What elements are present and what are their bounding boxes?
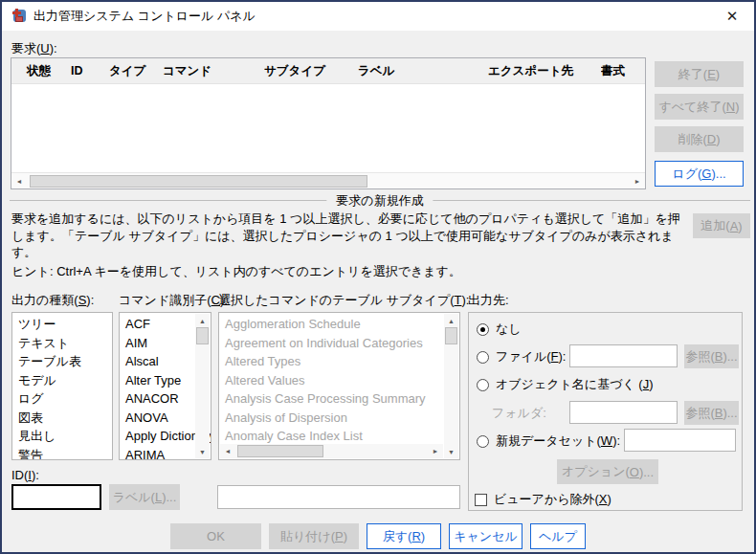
radio-new-dataset[interactable]: 新規データセット(W): — [477, 432, 620, 450]
radio-label: オブジェクト名に基づく (J) — [496, 376, 654, 393]
end-all-button: すべて終了(N) — [655, 94, 744, 120]
checkbox-icon[interactable] — [475, 494, 487, 506]
title-bar: 出力管理システム コントロール パネル ✕ — [2, 2, 754, 31]
help-button[interactable]: ヘルプ — [530, 523, 586, 549]
command-ids-list[interactable]: ACFAIMAlscalAlter TypeANACORANOVAApply D… — [119, 312, 211, 460]
hscroll-thumb[interactable] — [237, 445, 323, 457]
destinations-label: 出力先: — [468, 292, 509, 309]
column-header: タイプ — [109, 63, 163, 79]
list-item[interactable]: 警告 — [12, 446, 112, 461]
requests-table: 状態IDタイプコマンドサブタイプラベルエクスポート先書式 ◄ ► — [11, 57, 646, 189]
file-path-input[interactable] — [569, 344, 678, 367]
table-subtypes-vscrollbar[interactable]: ▲ ▼ — [444, 314, 458, 458]
label-button: ラベル(L)... — [109, 484, 180, 510]
radio-icon[interactable] — [477, 379, 489, 391]
list-item[interactable]: 見出し — [12, 427, 112, 446]
requests-label: 要求(U): — [11, 40, 57, 57]
requests-table-header: 状態IDタイプコマンドサブタイプラベルエクスポート先書式 — [11, 58, 645, 84]
request-actions: 終了(E) すべて終了(N) 削除(D) ログ(G)... — [655, 61, 745, 193]
column-header: サブタイプ — [264, 63, 358, 79]
scroll-right-icon[interactable]: ► — [630, 174, 645, 188]
command-ids-vscrollbar[interactable]: ▲ ▼ — [195, 314, 210, 458]
checkbox-label: ビューアから除外(X) — [494, 491, 611, 508]
scroll-left-icon[interactable]: ◄ — [11, 174, 27, 188]
scroll-down-icon[interactable]: ▼ — [195, 445, 211, 458]
ok-button: OK — [170, 523, 261, 549]
radio-label: ファイル(F): — [496, 348, 566, 366]
options-button: オプション(O)... — [557, 459, 658, 484]
table-subtypes-hscrollbar[interactable]: ◄ ► — [220, 444, 443, 458]
close-icon[interactable]: ✕ — [716, 3, 748, 30]
radio-object-name[interactable]: オブジェクト名に基づく (J) — [477, 376, 654, 393]
exclude-from-viewer-checkbox[interactable]: ビューアから除外(X) — [475, 491, 611, 508]
list-item[interactable]: テキスト — [12, 334, 112, 353]
delete-button: 削除(D) — [655, 126, 744, 152]
log-button[interactable]: ログ(G)... — [655, 161, 744, 187]
table-subtypes-list[interactable]: Agglomeration ScheduleAgreement on Indiv… — [218, 312, 460, 460]
list-item[interactable]: Anomaly Case Index List — [219, 427, 459, 446]
column-header: コマンド — [163, 63, 264, 79]
new-request-group: 要求の新規作成 要求を追加するには、以下のリストから項目を 1 つ以上選択し、必… — [10, 200, 750, 517]
radio-icon[interactable] — [477, 435, 489, 448]
list-item[interactable]: ログ — [12, 389, 112, 409]
scroll-down-icon[interactable]: ▼ — [444, 445, 459, 458]
list-item[interactable]: Agglomeration Schedule — [219, 315, 459, 334]
hint-text: ヒント: Ctrl+A キーを使用して、リスト内のすべてのエントリを選択できます… — [11, 263, 461, 280]
window-title: 出力管理システム コントロール パネル — [33, 8, 256, 25]
dialog-footer: OK 貼り付け(P) 戻す(R) キャンセル ヘルプ — [2, 523, 754, 549]
scroll-left-icon[interactable]: ◄ — [220, 444, 235, 458]
requests-table-body — [11, 84, 645, 172]
scroll-up-icon[interactable]: ▲ — [444, 314, 459, 327]
cancel-button[interactable]: キャンセル — [449, 523, 523, 549]
radio-label: 新規データセット(W): — [496, 432, 620, 450]
destination-panel: なし ファイル(F): 参照(B)... オブジェクト名に基づく (J) フォル… — [468, 312, 743, 511]
id-label: ID(I): — [11, 468, 39, 482]
vscroll-thumb[interactable] — [445, 327, 457, 344]
scroll-up-icon[interactable]: ▲ — [195, 314, 211, 327]
list-item[interactable]: Analysis Case Processing Summary — [219, 389, 459, 409]
list-item[interactable]: Altered Values — [219, 371, 459, 390]
scroll-right-icon[interactable]: ► — [428, 444, 443, 458]
list-item[interactable]: Agreement on Individual Categories — [219, 334, 459, 353]
oms-app-icon — [11, 9, 27, 24]
radio-icon[interactable] — [477, 351, 489, 364]
radio-none[interactable]: なし — [477, 321, 522, 338]
browse-file-button: 参照(B)... — [684, 344, 739, 368]
hscroll-track[interactable] — [27, 174, 630, 188]
end-button: 終了(E) — [655, 61, 744, 87]
list-item[interactable]: テーブル表 — [12, 352, 112, 371]
table-subtypes-label: 選択したコマンドのテーブル サブタイプ(T): — [218, 292, 469, 309]
hscroll-track[interactable] — [235, 444, 428, 458]
list-item[interactable]: モデル — [12, 371, 112, 390]
radio-icon[interactable] — [477, 323, 489, 336]
oms-control-panel-dialog: 出力管理システム コントロール パネル ✕ 要求(U): 状態IDタイプコマンド… — [0, 0, 756, 554]
output-types-list[interactable]: ツリーテキストテーブル表モデルログ図表見出し警告 — [11, 312, 113, 460]
list-item[interactable]: Analysis of Dispersion — [219, 409, 459, 428]
instructions-text: 要求を追加するには、以下のリストから項目を 1 つ以上選択し、必要に応じて他のプ… — [11, 211, 683, 261]
list-item[interactable]: ツリー — [12, 315, 112, 334]
radio-label: なし — [496, 321, 522, 338]
list-item[interactable]: Altered Types — [219, 352, 459, 371]
list-item[interactable]: 図表 — [12, 409, 112, 428]
id-input[interactable] — [11, 484, 101, 510]
vscroll-thumb[interactable] — [196, 327, 209, 344]
column-header: ラベル — [358, 63, 488, 79]
command-ids-label: コマンド識別子(C): — [119, 292, 228, 309]
browse-folder-button: 参照(B)... — [684, 401, 739, 425]
folder-path-input[interactable] — [569, 401, 678, 424]
folder-label: フォルダ: — [492, 405, 546, 422]
subtype-filter-input[interactable] — [217, 485, 460, 509]
requests-table-hscrollbar[interactable]: ◄ ► — [11, 172, 645, 188]
column-header: エクスポート先 — [488, 63, 601, 79]
column-header: 状態 — [11, 63, 71, 79]
group-title: 要求の新規作成 — [326, 192, 433, 210]
paste-button: 貼り付け(P) — [269, 523, 359, 549]
dataset-name-input[interactable] — [624, 429, 736, 452]
add-button: 追加(A) — [693, 213, 750, 238]
column-header: 書式 — [601, 63, 635, 79]
hscroll-thumb[interactable] — [30, 175, 367, 188]
reset-button[interactable]: 戻す(R) — [367, 523, 441, 549]
output-types-label: 出力の種類(S): — [11, 292, 94, 309]
radio-file[interactable]: ファイル(F): — [477, 348, 566, 366]
column-header: ID — [71, 64, 109, 78]
